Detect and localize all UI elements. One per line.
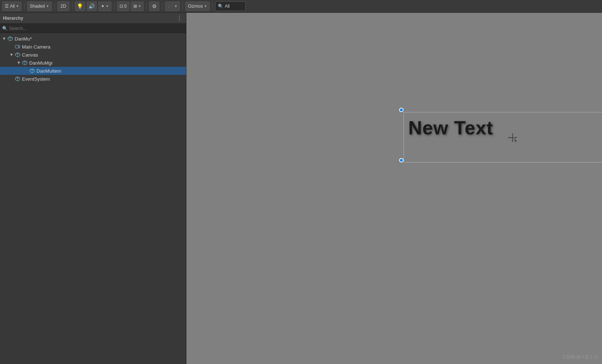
effects-icon: ✦ (101, 4, 105, 9)
separator-1 (24, 3, 24, 10)
scene-search-box[interactable]: 🔍 (215, 1, 246, 11)
separator-2 (54, 3, 55, 10)
separator-3 (72, 3, 72, 10)
scene-view[interactable]: New Text CSDN @十乙卜入 (186, 13, 602, 364)
top-toolbar: ☰ All ▼ Shaded ▼ 2D 💡 🔊 ✦ ▼ ⊡ 0 ⊞ ▼ ⚙ (0, 0, 602, 13)
scene-text-label: New Text (408, 117, 493, 138)
chevron-down-icon-4: ▼ (138, 4, 141, 8)
layer-dropdown[interactable]: ☰ All ▼ (2, 1, 22, 11)
cube-icon-canvas (15, 52, 20, 58)
tools-icon: ⚙ (152, 3, 157, 9)
hierarchy-search-input[interactable] (9, 26, 184, 31)
svg-line-23 (514, 139, 516, 142)
separator-7 (182, 3, 183, 10)
gizmos-dropdown[interactable]: Gizmos ▼ (185, 1, 210, 11)
gizmos-label: Gizmos (188, 4, 203, 9)
grid-dropdown[interactable]: ⊞ ▼ (131, 1, 144, 11)
hierarchy-menu-button[interactable]: ⋮ (176, 15, 183, 22)
tree-label-danmuitem: DanMuItem (37, 68, 61, 74)
svg-marker-20 (515, 137, 517, 139)
chevron-down-icon-3: ▼ (106, 4, 109, 8)
tree-label-eventsystem: EventSystem (22, 76, 50, 82)
cube-icon-danmu (7, 36, 13, 42)
tree-label-danmumgr: DanMuMgr (29, 60, 53, 66)
scene-text-object: New Text (408, 117, 493, 139)
chevron-down-icon-5: ▼ (174, 4, 177, 8)
hierarchy-header: Hierarchy ⋮ (0, 13, 186, 24)
search-icon: 🔍 (218, 4, 223, 9)
svg-marker-18 (512, 138, 514, 142)
svg-marker-24 (515, 140, 516, 142)
handle-bottom-left[interactable] (399, 158, 404, 162)
watermark: CSDN @十乙卜入 (563, 354, 598, 360)
cube-icon-danmumgr (22, 60, 28, 66)
tree-item-main-camera[interactable]: ▶ Main Camera (0, 43, 186, 51)
hierarchy-tree: ▶ DanMu* ▶ (0, 33, 186, 364)
tree-item-eventsystem[interactable]: ▶ EventSystem (0, 75, 186, 83)
2d-button[interactable]: 2D (57, 1, 69, 11)
svg-marker-17 (512, 133, 514, 137)
tree-item-danmuitem[interactable]: ▶ DanMuItem (0, 67, 186, 75)
move-cursor-icon (507, 133, 518, 145)
effects-dropdown[interactable]: ✦ ▼ (98, 1, 111, 11)
grid-icon: ⊞ (133, 4, 137, 9)
tools-button[interactable]: ⚙ (149, 1, 159, 11)
scene-search-input[interactable] (225, 4, 243, 9)
shading-dropdown[interactable]: Shaded ▼ (27, 1, 52, 11)
stats-count: 0 (124, 4, 127, 9)
watermark-text: CSDN @十乙卜入 (563, 355, 598, 360)
tree-label-danmu: DanMu* (15, 36, 32, 42)
chevron-down-icon-6: ▼ (204, 4, 207, 8)
tree-label-canvas: Canvas (22, 52, 38, 58)
tree-item-canvas[interactable]: ▶ Canvas (0, 51, 186, 59)
svg-rect-3 (15, 45, 19, 48)
expand-arrow-danmumgr: ▶ (16, 60, 22, 66)
separator-6 (162, 3, 162, 10)
dropdown-icon: ☰ (5, 4, 9, 9)
svg-marker-19 (508, 137, 510, 139)
selection-box (404, 112, 602, 162)
layer-dropdown-label: All (10, 4, 15, 9)
separator-8 (212, 3, 213, 10)
svg-marker-4 (19, 46, 20, 48)
separator-4 (114, 3, 114, 10)
lighting-button[interactable]: 💡 (75, 1, 85, 11)
hierarchy-search-bar: 🔍 (0, 24, 186, 33)
expand-arrow-canvas: ▶ (9, 52, 15, 58)
camera-icon: 🎥 (167, 4, 173, 9)
chevron-down-icon-2: ▼ (46, 4, 49, 8)
stats-dropdown[interactable]: ⊡ 0 (117, 1, 129, 11)
stats-icon: ⊡ (120, 4, 123, 9)
separator-5 (146, 3, 147, 10)
handle-top-left[interactable] (399, 108, 404, 112)
cube-icon-eventsystem (15, 76, 20, 82)
tree-item-danmumgr[interactable]: ▶ DanMuMgr (0, 59, 186, 67)
audio-icon: 🔊 (88, 3, 95, 9)
tree-item-danmu[interactable]: ▶ DanMu* (0, 35, 186, 43)
chevron-down-icon: ▼ (16, 4, 19, 8)
tree-label-main-camera: Main Camera (22, 44, 50, 50)
lighting-icon: 💡 (77, 3, 83, 9)
2d-label: 2D (61, 4, 66, 9)
camera-dropdown[interactable]: 🎥 ▼ (165, 1, 180, 11)
cube-icon-danmuitem (29, 68, 35, 74)
shading-label: Shaded (30, 4, 45, 9)
hierarchy-search-icon: 🔍 (2, 26, 8, 31)
expand-arrow-danmu: ▶ (1, 36, 7, 42)
hierarchy-title: Hierarchy (3, 16, 23, 21)
audio-button[interactable]: 🔊 (87, 1, 97, 11)
main-area: Hierarchy ⋮ 🔍 ▶ DanMu* (0, 13, 602, 364)
camera-icon-hierarchy (15, 44, 20, 50)
hierarchy-panel: Hierarchy ⋮ 🔍 ▶ DanMu* (0, 13, 186, 364)
